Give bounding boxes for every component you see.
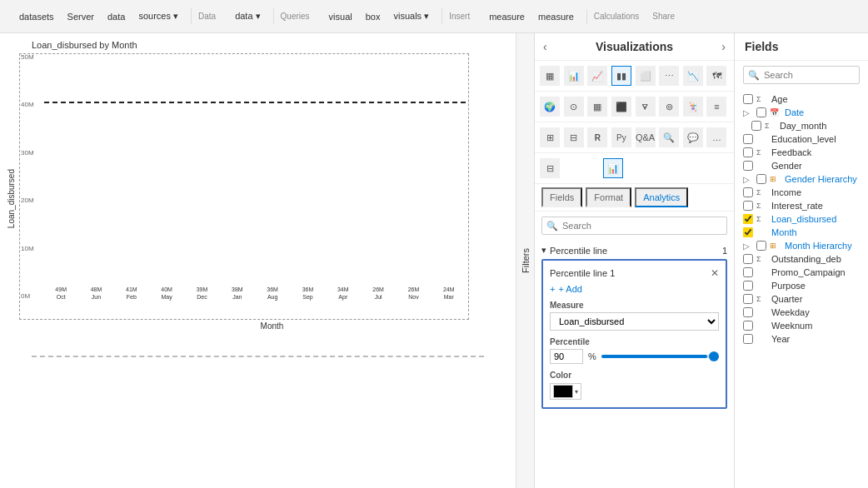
vis-icon-python[interactable]: Py (611, 127, 631, 147)
vis-icon-map[interactable]: 🗺 (706, 66, 726, 86)
field-checkbox-purpose[interactable] (743, 281, 753, 291)
toolbar-data-btn[interactable]: data (102, 9, 131, 24)
field-checkbox-month-hierarchy[interactable] (756, 241, 766, 251)
toolbar-measure1-btn[interactable]: measure (483, 9, 531, 24)
field-name-quarter[interactable]: Quarter (771, 294, 860, 304)
vis-icon-filled-map[interactable]: 🌍 (540, 97, 560, 117)
expand-date-icon[interactable]: ▷ (743, 108, 753, 117)
fields-search-input[interactable] (743, 66, 860, 84)
vis-icon-ai[interactable]: 🔍 (659, 127, 679, 147)
vis-icon-line[interactable]: 📈 (587, 66, 607, 86)
filters-tab[interactable]: Filters (517, 242, 534, 280)
toolbar-datasets-btn[interactable]: datasets (13, 9, 60, 24)
field-name-loan-disbursed[interactable]: Loan_disbursed (771, 214, 860, 224)
vis-icon-stacked-bar[interactable]: ▦ (540, 66, 560, 86)
field-name-gender-hierarchy[interactable]: Gender Hierarchy (785, 174, 860, 184)
vis-icon-column[interactable]: ▮▮ (611, 66, 631, 86)
field-name-weeknum[interactable]: Weeknum (771, 321, 860, 331)
field-name-purpose[interactable]: Purpose (771, 281, 860, 291)
field-name-weekday[interactable]: Weekday (771, 307, 860, 317)
vis-icon-card[interactable]: 🃏 (683, 97, 703, 117)
field-name-education[interactable]: Education_level (771, 134, 860, 144)
field-name-feedback[interactable]: Feedback (771, 147, 860, 157)
percentile-value-input[interactable] (550, 349, 583, 364)
toolbar-data2-btn[interactable]: data ▾ (229, 8, 266, 24)
vis-icon-donut[interactable]: ⊙ (564, 97, 584, 117)
toolbar-visuals-btn[interactable]: visuals ▾ (387, 8, 435, 24)
toolbar-sources-btn[interactable]: sources ▾ (132, 8, 184, 24)
toolbar-box-btn[interactable]: box (360, 9, 387, 24)
percentile-close-btn[interactable]: ✕ (711, 267, 719, 279)
field-name-interest[interactable]: Interest_rate (771, 201, 860, 211)
vis-back-btn[interactable]: ‹ (543, 40, 547, 53)
toolbar-data-label: Data (195, 12, 219, 21)
field-checkbox-income[interactable] (743, 187, 753, 197)
field-checkbox-promo[interactable] (743, 267, 753, 277)
vis-icon-multirow[interactable]: ≡ (706, 97, 726, 117)
field-name-age[interactable]: Age (771, 94, 860, 104)
field-item-weeknum: Weeknum (735, 319, 868, 332)
vis-forward-btn[interactable]: › (721, 40, 726, 53)
field-checkbox-date[interactable] (756, 107, 766, 117)
field-checkbox-interest[interactable] (743, 201, 753, 211)
vis-icon-treemap[interactable]: ▦ (587, 97, 607, 117)
vis-icon-extra[interactable]: … (706, 127, 726, 147)
field-name-date[interactable]: Date (785, 107, 860, 117)
field-checkbox-loan-disbursed[interactable] (743, 214, 753, 224)
vis-icon-r[interactable]: R (587, 127, 607, 147)
vis-icon-waterfall[interactable]: ⬛ (611, 97, 631, 117)
field-checkbox-weeknum[interactable] (743, 321, 753, 331)
vis-search-input[interactable] (541, 217, 727, 235)
field-checkbox-gender[interactable] (743, 161, 753, 171)
field-name-promo[interactable]: Promo_Campaign (771, 267, 860, 277)
field-name-month[interactable]: Month (771, 227, 860, 237)
vis-icon-analytics[interactable]: 📊 (603, 158, 623, 178)
field-checkbox-month[interactable] (743, 227, 753, 237)
field-checkbox-outstanding[interactable] (743, 254, 753, 264)
field-checkbox-feedback[interactable] (743, 147, 753, 157)
field-checkbox-quarter[interactable] (743, 294, 753, 304)
vis-icon-gauge[interactable]: ⊚ (659, 97, 679, 117)
vis-tab-format[interactable]: Format (586, 187, 631, 207)
field-name-gender[interactable]: Gender (771, 161, 860, 171)
percentile-add-btn[interactable]: + + Add (550, 284, 582, 294)
field-checkbox-weekday[interactable] (743, 307, 753, 317)
color-dropdown[interactable]: ▾ (550, 383, 581, 400)
field-name-year[interactable]: Year (771, 334, 860, 344)
vis-tab-analytics[interactable]: Analytics (635, 187, 688, 207)
percentile-slider[interactable] (601, 355, 719, 358)
field-checkbox-year[interactable] (743, 334, 753, 344)
measure-select[interactable]: Loan_disbursed (550, 312, 719, 331)
toolbar-visual-btn[interactable]: visual (323, 9, 358, 24)
vis-icon-matrix[interactable]: ⊟ (564, 127, 584, 147)
bar-may: 40M May (150, 286, 183, 300)
vis-icon-funnel[interactable]: ⛛ (636, 97, 656, 117)
field-checkbox-gender-hierarchy[interactable] (756, 174, 766, 184)
percentile-toggle[interactable]: ▾ Percentile line (541, 245, 607, 256)
bar-label-apr: 34M (337, 286, 349, 292)
expand-gender-hier-icon[interactable]: ▷ (743, 175, 753, 184)
vis-icon-slicer[interactable]: ⊟ (540, 158, 560, 178)
toolbar-measure2-btn[interactable]: measure (532, 9, 580, 24)
vis-icon-qa[interactable]: Q&A (636, 127, 656, 147)
toolbar-server-btn[interactable]: Server (62, 9, 100, 24)
vis-icon-area[interactable]: ⬜ (636, 66, 656, 86)
field-name-day-month[interactable]: Day_month (780, 121, 860, 131)
toolbar-insert-label: Insert (446, 12, 473, 21)
field-name-month-hierarchy[interactable]: Month Hierarchy (785, 241, 860, 251)
field-checkbox-age[interactable] (743, 94, 753, 104)
vis-tab-fields[interactable]: Fields (541, 187, 582, 207)
vis-icon-bar[interactable]: 📊 (564, 66, 584, 86)
field-checkbox-education[interactable] (743, 134, 753, 144)
color-swatch[interactable] (553, 385, 573, 398)
vis-icon-speech[interactable]: 💬 (683, 127, 703, 147)
vis-icon-scatter[interactable]: ⋯ (659, 66, 679, 86)
vis-icon-table[interactable]: ⊞ (540, 127, 560, 147)
bar-oct: 49M Oct (44, 286, 77, 300)
expand-month-hier-icon[interactable]: ▷ (743, 242, 753, 251)
field-name-income[interactable]: Income (771, 187, 860, 197)
field-checkbox-day-month[interactable] (751, 121, 761, 131)
field-name-outstanding[interactable]: Outstanding_deb (771, 254, 860, 264)
bar-label-may: 40M (161, 286, 172, 292)
vis-icon-combo[interactable]: 📉 (683, 66, 703, 86)
